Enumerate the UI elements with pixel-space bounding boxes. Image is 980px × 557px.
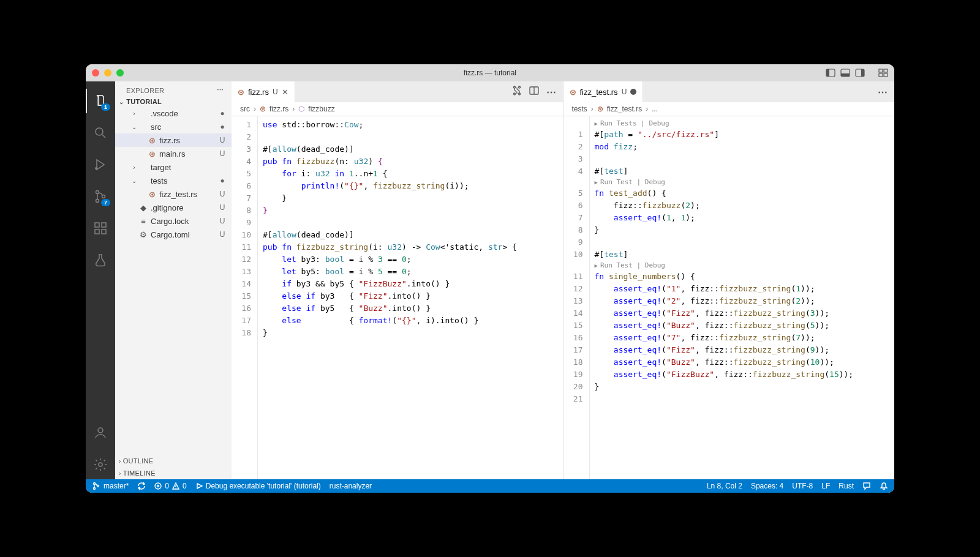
cursor-position[interactable]: Ln 8, Col 2 [707, 482, 742, 490]
toggle-panel-icon[interactable] [840, 68, 850, 78]
codelens[interactable]: ▶Run Test | Debug [595, 178, 890, 187]
titlebar: fizz.rs — tutorial [86, 64, 894, 81]
sidebar-title: EXPLORER [126, 87, 164, 94]
toggle-primary-side-bar-icon[interactable] [826, 68, 835, 78]
breadcrumbs-left[interactable]: src› ⊛fizz.rs› ⬡fizzbuzz [232, 102, 563, 116]
breadcrumbs-right[interactable]: tests› ⊛fizz_test.rs› ... [564, 102, 895, 116]
minimize-window-button[interactable] [104, 69, 111, 77]
svg-point-19 [98, 428, 103, 433]
svg-point-12 [96, 191, 99, 194]
svg-rect-5 [861, 69, 864, 77]
svg-point-10 [96, 128, 103, 135]
tree-item[interactable]: ⊛fizz.rsU [115, 133, 232, 147]
lines-left[interactable]: use std::borrow::Cow;​#[allow(dead_code)… [257, 116, 563, 479]
tree-item[interactable]: ⚙Cargo.tomlU [115, 228, 232, 241]
traffic-lights [92, 69, 124, 77]
svg-point-24 [518, 86, 520, 88]
feedback-icon[interactable] [862, 482, 871, 490]
tab-label: fizz_test.rs [580, 88, 618, 97]
svg-point-13 [96, 200, 99, 203]
rust-icon: ⊛ [238, 88, 244, 97]
tree-item[interactable]: ›target [115, 160, 232, 174]
lines-right[interactable]: ▶Run Tests | Debug#[path = "../src/fizz.… [589, 116, 895, 479]
sync-status[interactable] [137, 482, 146, 490]
editor-right: ⊛ fizz_test.rs U ⋯ tests› ⊛fizz_test.rs›… [563, 81, 895, 479]
settings-activity-icon[interactable] [86, 450, 115, 479]
gutter-right: 123456789101112131415161718192021 [564, 116, 589, 479]
svg-rect-1 [826, 69, 829, 77]
extensions-activity-icon[interactable] [86, 214, 115, 243]
close-window-button[interactable] [92, 69, 99, 77]
sidebar-header: EXPLORER ⋯ [115, 81, 232, 97]
outline-section[interactable]: › OUTLINE [115, 455, 232, 467]
codelens[interactable]: ▶Run Tests | Debug [595, 119, 890, 129]
svg-point-21 [513, 86, 515, 88]
gutter-left: 123456789101112131415161718 [232, 116, 257, 479]
version-control-icon[interactable] [512, 86, 522, 98]
scm-activity-icon[interactable]: 7 [86, 182, 115, 211]
zoom-window-button[interactable] [116, 69, 124, 77]
encoding-status[interactable]: UTF-8 [792, 482, 813, 490]
search-activity-icon[interactable] [86, 118, 115, 148]
workbench: 1 7 [86, 81, 894, 479]
code-right[interactable]: 123456789101112131415161718192021 ▶Run T… [564, 116, 895, 479]
code-left[interactable]: 123456789101112131415161718 use std::bor… [232, 116, 563, 479]
svg-rect-3 [841, 73, 850, 77]
svg-point-23 [513, 93, 515, 95]
codelens[interactable]: ▶Run Test | Debug [595, 261, 890, 271]
accounts-activity-icon[interactable] [86, 418, 115, 447]
layout-controls [826, 68, 888, 78]
timeline-section[interactable]: › TIMELINE [115, 467, 232, 479]
scm-badge: 7 [101, 199, 110, 206]
editor-left: ⊛ fizz.rs U ✕ ⋯ src› ⊛fizz.rs› ⬡fizzbuzz [232, 81, 563, 479]
svg-point-26 [94, 483, 96, 485]
testing-activity-icon[interactable] [86, 245, 115, 275]
tree-item[interactable]: ⌄src● [115, 120, 232, 133]
svg-rect-7 [884, 69, 888, 72]
toggle-secondary-side-bar-icon[interactable] [855, 68, 865, 78]
explorer-activity-icon[interactable]: 1 [86, 86, 115, 116]
notifications-icon[interactable] [880, 482, 888, 490]
svg-point-27 [94, 488, 96, 490]
problems-status[interactable]: 0 0 [154, 482, 186, 490]
explorer-badge: 1 [101, 103, 110, 111]
svg-point-14 [102, 195, 105, 198]
tab-actions-right: ⋯ [878, 81, 894, 102]
tab-fizz-rs[interactable]: ⊛ fizz.rs U ✕ [232, 81, 295, 102]
tree-item[interactable]: ⊛main.rsU [115, 147, 232, 160]
lsp-status[interactable]: rust-analyzer [330, 482, 372, 490]
eol-status[interactable]: LF [821, 482, 830, 490]
svg-rect-17 [102, 230, 106, 234]
tree-item[interactable]: ›.vscode● [115, 107, 232, 120]
tree-item[interactable]: ≡Cargo.lockU [115, 214, 232, 228]
close-tab-icon[interactable]: ✕ [282, 88, 288, 97]
debug-status[interactable]: Debug executable 'tutorial' (tutorial) [195, 482, 321, 490]
tab-actions-left: ⋯ [512, 81, 563, 102]
root-name: TUTORIAL [126, 98, 162, 105]
svg-rect-9 [884, 73, 888, 77]
rust-icon: ⊛ [570, 88, 576, 97]
tree-item[interactable]: ⌄tests● [115, 174, 232, 187]
tree-item[interactable]: ◆.gitignoreU [115, 201, 232, 214]
more-tab-actions-icon[interactable]: ⋯ [878, 86, 888, 98]
branch-status[interactable]: master* [92, 482, 129, 490]
svg-rect-8 [879, 73, 883, 77]
tab-status: U [273, 88, 278, 96]
language-status[interactable]: Rust [839, 482, 854, 490]
run-activity-icon[interactable] [86, 150, 115, 179]
tree-item[interactable]: ⊛fizz_test.rsU [115, 187, 232, 201]
split-editor-icon[interactable] [529, 86, 539, 98]
vscode-window: fizz.rs — tutorial 1 7 [86, 64, 894, 493]
window-title: fizz.rs — tutorial [464, 69, 516, 77]
folder-root[interactable]: ⌄ TUTORIAL [115, 97, 232, 107]
activity-bar: 1 7 [86, 81, 115, 479]
tab-fizz-test-rs[interactable]: ⊛ fizz_test.rs U [564, 81, 644, 102]
tab-dirty-icon [630, 89, 636, 95]
svg-rect-15 [95, 223, 99, 227]
more-actions-icon[interactable]: ⋯ [217, 86, 224, 94]
indent-status[interactable]: Spaces: 4 [751, 482, 783, 490]
more-tab-actions-icon[interactable]: ⋯ [546, 86, 557, 98]
editor-group: ⊛ fizz.rs U ✕ ⋯ src› ⊛fizz.rs› ⬡fizzbuzz [232, 81, 894, 479]
svg-point-22 [518, 93, 520, 95]
customize-layout-icon[interactable] [878, 68, 888, 78]
